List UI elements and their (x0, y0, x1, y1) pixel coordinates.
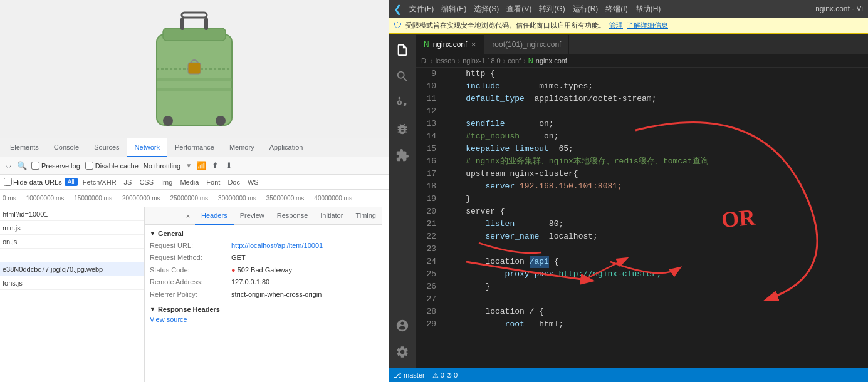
tab-memory[interactable]: Memory (222, 138, 262, 157)
wifi-icon[interactable]: 📶 (197, 162, 206, 170)
code-line-21: listen 80; (446, 218, 868, 230)
code-editor-area: 9101112131415161718192021222324252627282… (416, 68, 868, 368)
font-filter[interactable]: Font (204, 178, 222, 187)
code-line-28: location / { (446, 306, 868, 318)
details-tab-initiator[interactable]: Initiator (314, 207, 349, 225)
svg-rect-9 (157, 78, 232, 81)
request-row-onjs[interactable]: on.js (0, 235, 144, 249)
disable-cache-check[interactable]: Disable cache (85, 162, 139, 170)
devtools-bottom: html?id=10001 min.js on.js e38N0ddcbc77.… (0, 207, 389, 382)
doc-filter[interactable]: Doc (225, 178, 243, 187)
js-filter[interactable]: JS (122, 178, 135, 187)
request-details-panel: × Headers Preview Response Initiator Tim… (144, 207, 382, 382)
tab-sources[interactable]: Sources (86, 138, 127, 157)
learn-more-link[interactable]: 了解详细信息 (627, 21, 668, 30)
upload-icon[interactable]: ⬆ (211, 162, 219, 170)
account-icon[interactable] (391, 314, 414, 337)
warning-text: 受限模式旨在实现安全地浏览代码。信任此窗口以启用所有功能。 (405, 21, 605, 30)
timeline-15000ms: 15000000 ms (74, 195, 112, 202)
request-list: html?id=10001 min.js on.js e38N0ddcbc77.… (0, 207, 144, 382)
detail-remote-address: Remote Address: 127.0.0.1:80 (150, 276, 377, 288)
tab-close-nginx[interactable]: ✕ (471, 41, 476, 49)
tab-root-nginx[interactable]: root(101)_nginx.conf (484, 35, 569, 54)
code-line-12 (446, 105, 868, 118)
filter-icon[interactable]: ⛉ (4, 162, 13, 170)
tab-network[interactable]: Network (127, 138, 167, 157)
devtools-tabs: Elements Console Sources Network Perform… (0, 138, 389, 157)
vscode-tab-bar: N nginx.conf ✕ root(101)_nginx.conf (416, 34, 868, 54)
tab-elements[interactable]: Elements (3, 138, 46, 157)
window-title: nginx.conf - Vi (815, 4, 863, 13)
menu-edit[interactable]: 编辑(E) (441, 4, 466, 14)
timeline-bar: 0 ms 10000000 ms 15000000 ms 20000000 ms… (0, 190, 389, 207)
menu-select[interactable]: 选择(S) (474, 4, 499, 14)
request-row-empty[interactable] (0, 249, 144, 262)
download-icon[interactable]: ⬇ (224, 162, 233, 170)
detail-request-method: Request Method: GET (150, 252, 377, 264)
details-tab-timing[interactable]: Timing (349, 207, 382, 225)
settings-icon[interactable] (391, 341, 414, 363)
tab-application[interactable]: Application (262, 138, 311, 157)
filter-bar: Hide data URLs All Fetch/XHR JS CSS Img … (0, 175, 389, 190)
detail-request-url: Request URL: http://localhost/api/item/1… (150, 240, 377, 252)
code-line-23 (446, 243, 868, 256)
explorer-icon[interactable] (391, 39, 414, 61)
extensions-icon[interactable] (391, 144, 414, 167)
menu-goto[interactable]: 转到(G) (539, 4, 565, 14)
code-line-11: default_type application/octet-stream; (446, 93, 868, 105)
details-tab-response[interactable]: Response (271, 207, 315, 225)
code-line-20: server { (446, 205, 868, 218)
search-sidebar-icon[interactable] (391, 65, 414, 88)
details-tab-preview[interactable]: Preview (234, 207, 271, 225)
tab-performance[interactable]: Performance (167, 138, 222, 157)
search-icon[interactable]: 🔍 (18, 162, 26, 170)
code-line-10: include mime.types; (446, 80, 868, 93)
preserve-log-check[interactable]: Preserve log (31, 162, 80, 170)
menu-view[interactable]: 查看(V) (506, 4, 531, 14)
details-tab-headers[interactable]: Headers (195, 207, 234, 225)
timeline-40000ms: 40000000 ms (314, 195, 352, 202)
all-filter-btn[interactable]: All (65, 178, 78, 186)
request-row-minjs[interactable]: min.js (0, 221, 144, 235)
code-line-17: upstream nginx-cluster{ (446, 168, 868, 180)
timeline-10000ms: 10000000 ms (26, 195, 65, 202)
media-filter[interactable]: Media (177, 178, 201, 187)
ws-filter[interactable]: WS (245, 178, 261, 187)
vscode-layout: N nginx.conf ✕ root(101)_nginx.conf D: ›… (389, 34, 868, 368)
editor-column: N nginx.conf ✕ root(101)_nginx.conf D: ›… (416, 34, 868, 368)
details-close-btn[interactable]: × (186, 212, 190, 220)
nginx-breadcrumb-icon: N (528, 57, 533, 65)
request-row-tonsjs[interactable]: tons.js (0, 276, 144, 290)
menu-run[interactable]: 运行(R) (573, 4, 599, 14)
hide-data-urls-check[interactable]: Hide data URLs (4, 178, 62, 186)
request-row-webp[interactable]: e38N0ddcbc77.jpg!q70.jpg.webp (0, 262, 144, 276)
css-filter[interactable]: CSS (137, 178, 156, 187)
shield-icon: 🛡 (394, 21, 402, 30)
svg-rect-10 (157, 88, 232, 91)
details-body: General Request URL: http://localhost/ap… (145, 225, 382, 382)
detail-status-code: Status Code: 502 Bad Gateway (150, 264, 377, 276)
code-line-18: server 192.168.150.101:8081; (446, 180, 868, 193)
suitcase-illustration (144, 6, 244, 132)
img-filter[interactable]: Img (159, 178, 175, 187)
vscode-logo-icon: ❮ (394, 3, 402, 15)
menu-file[interactable]: 文件(F) (409, 4, 434, 14)
menu-terminal[interactable]: 终端(I) (605, 4, 627, 14)
view-source-link[interactable]: View source (150, 316, 187, 323)
menu-help[interactable]: 帮助(H) (635, 4, 661, 14)
fetch-xhr-filter[interactable]: Fetch/XHR (80, 178, 119, 187)
nginx-file-icon: N (424, 40, 429, 49)
source-control-icon[interactable] (391, 91, 414, 114)
manage-link[interactable]: 管理 (609, 21, 623, 30)
code-editor[interactable]: 9101112131415161718192021222324252627282… (416, 68, 868, 368)
tab-console[interactable]: Console (46, 138, 86, 157)
general-section-title: General (150, 230, 377, 237)
timeline-35000ms: 35000000 ms (266, 195, 305, 202)
tab-nginx-conf[interactable]: N nginx.conf ✕ (416, 35, 484, 54)
request-row-html[interactable]: html?id=10001 (0, 207, 144, 221)
debug-icon[interactable] (391, 118, 414, 140)
code-line-26: } (446, 281, 868, 293)
activity-bar-bottom (391, 314, 414, 368)
status-branch: ⎇ master (394, 371, 425, 379)
throttling-select[interactable]: No throttling (144, 162, 180, 170)
